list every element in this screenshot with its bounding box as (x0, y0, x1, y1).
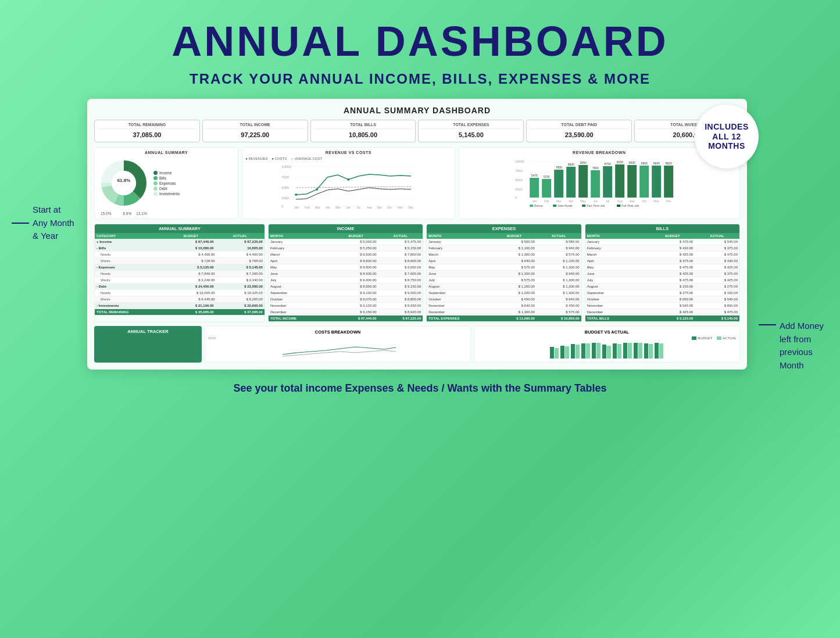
svg-rect-102 (634, 343, 638, 359)
svg-text:Nov: Nov (398, 206, 403, 209)
bar-chart-svg: 10000 7500 5000 2500 0 (462, 157, 737, 208)
svg-rect-56 (615, 164, 624, 198)
svg-point-19 (316, 188, 318, 191)
table-row: - Bills $ 10,080.00 10,805.00 (95, 245, 264, 252)
table-row: Needs $ 4,400.00 $ 4,400.00 (95, 252, 264, 258)
svg-text:Aug: Aug (617, 199, 622, 203)
table-row: September$ 275.00$ 150.00 (585, 290, 739, 296)
svg-rect-97 (607, 346, 611, 359)
table-row: December$ 425.00$ 475.00 (585, 309, 739, 316)
svg-rect-54 (603, 166, 612, 198)
table-row: Wants $ 3,240.00 $ 3,340.00 (95, 277, 264, 284)
svg-text:Aug: Aug (367, 206, 372, 209)
svg-text:Feb: Feb (305, 206, 310, 209)
svg-text:Jun: Jun (346, 206, 351, 209)
page-title: ANNUAL DASHBOARD (171, 17, 669, 65)
table-row: July$ 475.00$ 425.00 (585, 277, 739, 284)
svg-text:2500: 2500 (515, 188, 522, 191)
svg-text:8920: 8920 (665, 162, 671, 165)
svg-rect-82 (582, 205, 585, 207)
svg-text:8930: 8930 (653, 162, 659, 165)
dashboard-card: ANNUAL SUMMARY DASHBOARD TOTAL REMAINING… (87, 99, 747, 370)
svg-rect-44 (542, 179, 551, 198)
table-row: April$ 8,600.00$ 8,600.00 (269, 258, 423, 264)
svg-text:Mar: Mar (315, 206, 320, 209)
includes-badge: INCLUDES ALL 12 MONTHS (695, 105, 759, 169)
svg-text:7800: 7800 (555, 166, 562, 169)
svg-rect-103 (638, 343, 642, 359)
tables-row: ANNUAL SUMMARY CATEGORY BUDGET ACTUAL + … (94, 224, 740, 322)
dashboard-title: ANNUAL SUMMARY DASHBOARD (94, 106, 740, 115)
svg-text:Apr: Apr (326, 206, 330, 209)
svg-rect-89 (565, 346, 569, 359)
svg-rect-64 (664, 166, 673, 198)
table-row-total: TOTAL INCOME$ 97,440.00$ 97,225.00 (269, 316, 423, 322)
costs-line (296, 188, 411, 199)
table-row: March$ 425.00$ 475.00 (585, 252, 739, 258)
svg-text:5475: 5475 (531, 174, 537, 177)
svg-text:61.8%: 61.8% (117, 178, 131, 183)
svg-text:7500: 7500 (281, 175, 289, 179)
page-subtitle: TRACK YOUR ANNUAL INCOME, BILLS, EXPENSE… (190, 71, 650, 87)
svg-rect-52 (591, 170, 600, 198)
table-row: November$ 9,120.00$ 8,930.00 (269, 303, 423, 309)
svg-rect-80 (553, 205, 556, 207)
table-row: February$ 5,250.00$ 5,150.00 (269, 245, 423, 252)
line-chart-panel: REVENUE VS COSTS ● REVENUES ● COSTS --- … (242, 147, 455, 219)
svg-text:Jun: Jun (593, 199, 598, 203)
svg-text:Dec: Dec (408, 206, 413, 209)
svg-text:Jan: Jan (294, 206, 299, 209)
svg-rect-106 (655, 343, 659, 359)
annual-tracker-panel: ANNUAL TRACKER (94, 326, 202, 363)
svg-text:0: 0 (281, 205, 284, 208)
donut-svg: 61.8% (98, 157, 150, 210)
svg-rect-86 (550, 347, 554, 359)
svg-rect-78 (530, 205, 533, 207)
svg-text:Bonus: Bonus (534, 204, 543, 207)
donut-legend: Income Bills Expenses Debt Investments (153, 171, 180, 197)
bills-table: BILLS MONTH BUDGET ACTUAL January$ 475.0… (585, 224, 740, 322)
table-row: October$ 9,070.00$ 8,800.00 (269, 296, 423, 303)
table-row: Needs $ 16,005.00 $ 18,325.00 (95, 290, 264, 296)
table-row: August$ 8,950.00$ 9,150.00 (269, 284, 423, 290)
table-row: December$ 1,300.00$ 575.00 (427, 309, 581, 316)
table-row: August$ 150.00$ 275.00 (585, 284, 739, 290)
table-row: October$ 450.00$ 640.00 (427, 296, 581, 303)
page-content: ANNUAL DASHBOARD TRACK YOUR ANNUAL INCOM… (0, 0, 840, 406)
svg-rect-105 (649, 344, 653, 359)
table-row: November$ 545.00$ 650.00 (585, 303, 739, 309)
middle-section: Start atAny Month& Year INCLUDES ALL 12 … (0, 99, 840, 372)
svg-rect-88 (560, 346, 564, 359)
svg-point-20 (347, 178, 349, 181)
table-row-total: TOTAL REMAINING $ 35,685.00 $ 37,085.00 (95, 309, 264, 316)
svg-rect-62 (652, 166, 661, 198)
table-row: - Debt $ 24,450.00 $ 23,590.00 (95, 284, 264, 290)
table-row: January$ 475.00$ 545.00 (585, 239, 739, 245)
table-row: October$ 650.00$ 545.00 (585, 296, 739, 303)
annual-summary-table: ANNUAL SUMMARY CATEGORY BUDGET ACTUAL + … (94, 224, 265, 322)
svg-rect-94 (592, 343, 596, 359)
table-row: Needs $ 7,840.00 $ 7,265.00 (95, 271, 264, 277)
svg-rect-87 (555, 348, 559, 359)
table-row: + Income $ 97,440.00 $ 97,225.00 (95, 239, 264, 245)
table-row: February$ 430.00$ 375.00 (585, 245, 739, 252)
svg-text:9150: 9150 (616, 160, 623, 164)
svg-text:Nov: Nov (653, 199, 659, 203)
table-row: December$ 9,150.00$ 8,920.00 (269, 309, 423, 316)
table-row: November$ 640.00$ 450.00 (427, 303, 581, 309)
svg-text:7500: 7500 (515, 169, 522, 173)
svg-rect-93 (586, 343, 590, 359)
table-row: May$ 575.00$ 1,300.00 (427, 264, 581, 271)
table-row-total: TOTAL EXPENSES$ 11,080.00$ 10,805.00 (427, 316, 581, 322)
svg-rect-104 (644, 343, 648, 359)
svg-rect-95 (596, 343, 600, 359)
table-row: July$ 9,400.00$ 8,750.00 (269, 277, 423, 284)
table-row-total: TOTAL BILLS$ 5,125.00$ 5,145.00 (585, 316, 739, 322)
svg-text:Jul: Jul (356, 206, 360, 209)
svg-rect-84 (617, 205, 620, 207)
svg-text:5000: 5000 (515, 178, 522, 182)
svg-text:Mar: Mar (556, 199, 561, 203)
dashboard-wrapper: INCLUDES ALL 12 MONTHS ANNUAL SUMMARY DA… (87, 99, 747, 370)
table-row: June$ 8,500.00$ 7,600.00 (269, 271, 423, 277)
svg-text:9050: 9050 (580, 161, 586, 164)
